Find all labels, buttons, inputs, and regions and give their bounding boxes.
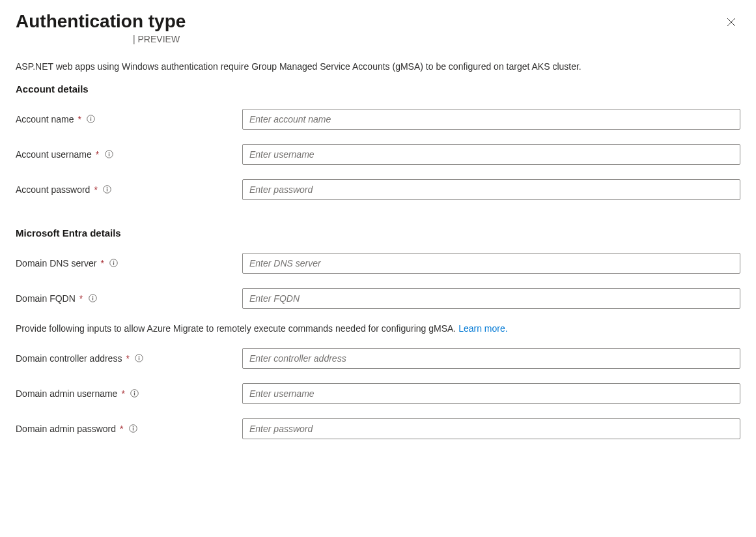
domain-fqdn-label-col: Domain FQDN * — [16, 293, 242, 304]
domain-controller-input[interactable] — [242, 348, 740, 369]
required-mark: * — [126, 353, 129, 364]
gmsa-hint-text: Provide following inputs to allow Azure … — [16, 323, 458, 334]
account-password-label-col: Account password * — [16, 184, 242, 195]
info-icon[interactable] — [87, 115, 96, 124]
account-username-label-col: Account username * — [16, 149, 242, 160]
domain-admin-password-label: Domain admin password — [16, 424, 116, 434]
required-mark: * — [79, 293, 83, 304]
page-title: Authentication type — [16, 10, 186, 33]
title-block: Authentication type | PREVIEW — [16, 10, 186, 44]
domain-dns-label-col: Domain DNS server * — [16, 258, 242, 268]
account-name-row: Account name * — [16, 109, 740, 130]
svg-point-13 — [92, 296, 93, 297]
account-username-row: Account username * — [16, 144, 740, 165]
entra-details-heading: Microsoft Entra details — [16, 227, 740, 239]
required-mark: * — [94, 184, 97, 195]
info-icon[interactable] — [109, 259, 119, 268]
required-mark: * — [121, 388, 124, 399]
svg-rect-14 — [92, 297, 93, 300]
info-icon[interactable] — [104, 150, 113, 159]
account-password-row: Account password * — [16, 179, 740, 200]
preview-separator: | — [133, 34, 138, 44]
account-username-input[interactable] — [242, 144, 740, 165]
svg-rect-5 — [109, 153, 109, 156]
account-password-input[interactable] — [242, 179, 740, 200]
domain-admin-username-label-col: Domain admin username * — [16, 388, 242, 399]
domain-controller-label: Domain controller address — [16, 353, 122, 364]
close-button[interactable] — [722, 13, 740, 31]
domain-admin-password-input[interactable] — [242, 418, 740, 439]
blade-header: Authentication type | PREVIEW — [16, 10, 740, 44]
svg-rect-20 — [134, 392, 135, 395]
account-details-heading: Account details — [16, 83, 740, 94]
svg-rect-2 — [91, 118, 91, 121]
svg-point-16 — [139, 356, 140, 357]
svg-point-4 — [108, 152, 109, 153]
domain-admin-username-row: Domain admin username * — [16, 383, 740, 404]
close-icon — [726, 17, 736, 27]
info-icon[interactable] — [135, 354, 144, 363]
account-name-input-col — [242, 109, 740, 130]
required-mark: * — [120, 424, 123, 434]
domain-fqdn-input-col — [242, 288, 740, 309]
info-icon[interactable] — [129, 424, 138, 433]
domain-admin-password-input-col — [242, 418, 740, 439]
domain-admin-username-input-col — [242, 383, 740, 404]
domain-admin-username-label: Domain admin username — [16, 388, 117, 399]
required-mark: * — [100, 258, 104, 268]
domain-dns-row: Domain DNS server * — [16, 253, 740, 274]
intro-text: ASP.NET web apps using Windows authentic… — [16, 61, 740, 72]
svg-rect-17 — [139, 357, 139, 360]
domain-controller-label-col: Domain controller address * — [16, 353, 242, 364]
domain-dns-label: Domain DNS server — [16, 258, 96, 268]
svg-point-19 — [134, 391, 135, 392]
domain-controller-input-col — [242, 348, 740, 369]
domain-fqdn-input[interactable] — [242, 288, 740, 309]
account-name-label-col: Account name * — [16, 114, 242, 124]
account-name-input[interactable] — [242, 109, 740, 130]
svg-point-22 — [133, 426, 134, 428]
gmsa-hint: Provide following inputs to allow Azure … — [16, 323, 740, 334]
domain-dns-input[interactable] — [242, 253, 740, 274]
account-password-label: Account password — [16, 184, 90, 195]
domain-controller-row: Domain controller address * — [16, 348, 740, 369]
account-password-input-col — [242, 179, 740, 200]
learn-more-link[interactable]: Learn more. — [458, 323, 507, 334]
authentication-type-blade: Authentication type | PREVIEW ASP.NET we… — [0, 0, 756, 455]
svg-rect-23 — [133, 428, 133, 430]
info-icon[interactable] — [103, 185, 112, 194]
domain-fqdn-label: Domain FQDN — [16, 293, 76, 304]
required-mark: * — [96, 149, 99, 160]
svg-rect-11 — [113, 262, 114, 265]
preview-badge: | PREVIEW — [16, 34, 186, 44]
preview-label: PREVIEW — [138, 34, 180, 44]
domain-admin-password-label-col: Domain admin password * — [16, 424, 242, 434]
domain-fqdn-row: Domain FQDN * — [16, 288, 740, 309]
account-username-label: Account username — [16, 149, 92, 160]
required-mark: * — [78, 114, 81, 124]
domain-admin-username-input[interactable] — [242, 383, 740, 404]
account-username-input-col — [242, 144, 740, 165]
info-icon[interactable] — [130, 389, 139, 398]
svg-point-7 — [107, 187, 108, 188]
domain-admin-password-row: Domain admin password * — [16, 418, 740, 439]
svg-rect-8 — [107, 188, 107, 191]
domain-dns-input-col — [242, 253, 740, 274]
svg-point-1 — [91, 117, 92, 118]
account-name-label: Account name — [16, 114, 74, 124]
info-icon[interactable] — [88, 294, 97, 303]
svg-point-10 — [113, 261, 115, 262]
